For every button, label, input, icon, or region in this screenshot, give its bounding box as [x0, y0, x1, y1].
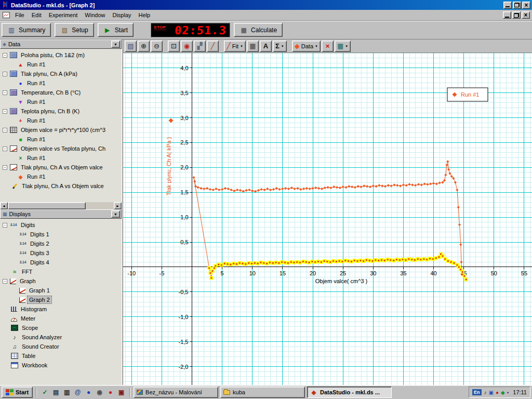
- calculate-tool-button[interactable]: ▦: [247, 41, 259, 52]
- expand-box[interactable]: -: [3, 90, 7, 95]
- display-item-meter[interactable]: Meter: [0, 314, 122, 323]
- graph-settings-button[interactable]: ▦▼: [335, 41, 351, 52]
- smart-tool-button[interactable]: ◉: [181, 41, 193, 52]
- scroll-right-button[interactable]: ►: [114, 202, 122, 209]
- data-menu-button[interactable]: ◆Data▼: [292, 41, 321, 52]
- expand-box[interactable]: -: [3, 53, 7, 58]
- printer-icon[interactable]: ▥: [62, 387, 72, 397]
- run-item[interactable]: +Run #1: [0, 116, 122, 125]
- display-item-digits-1[interactable]: 3.14Digits 1: [0, 230, 122, 239]
- language-indicator[interactable]: En: [472, 389, 482, 395]
- taskbar-task-datastudio-mkl-ds[interactable]: ◆DataStudio - mkl.ds ...: [307, 387, 392, 398]
- restore-button[interactable]: [513, 2, 521, 9]
- expand-box[interactable]: -: [3, 279, 7, 284]
- mail-icon[interactable]: @: [73, 387, 83, 397]
- start-button[interactable]: ▶ Start: [98, 23, 134, 37]
- antivirus-icon[interactable]: ●: [496, 390, 499, 395]
- remove-button[interactable]: ×: [322, 41, 334, 52]
- scrollbar-track[interactable]: [86, 202, 114, 209]
- child-minimize-button[interactable]: [503, 11, 511, 19]
- taskbar-task-kuba[interactable]: kuba: [220, 387, 305, 398]
- data-item-tlak-plynu-ch-a-vs-objem-valce[interactable]: Tlak plynu, Ch A vs Objem valce: [0, 181, 122, 191]
- display-item-workbook[interactable]: Workbook: [0, 361, 122, 370]
- data-item-objem-valce-pi-r-r-y-100-cm-3[interactable]: -Objem valce = pi*r*r*y*100 (cm^3: [0, 125, 122, 135]
- zoom-in-button[interactable]: ⊕: [138, 41, 150, 52]
- close-button[interactable]: ×: [522, 2, 530, 9]
- summary-button[interactable]: ▥ Summary: [2, 23, 51, 37]
- display-item-digits-3[interactable]: 3.14Digits 3: [0, 248, 122, 258]
- volume-icon[interactable]: ♪: [484, 390, 487, 395]
- expand-box[interactable]: -: [3, 128, 7, 132]
- menu-experiment[interactable]: Experiment: [45, 10, 82, 20]
- graph-window-icon[interactable]: [3, 12, 10, 18]
- run-item[interactable]: ◆Run #1: [0, 172, 122, 181]
- expand-box[interactable]: -: [3, 165, 7, 170]
- graph-plot-area[interactable]: -10-55101520253035404550554,03,53,02,52,…: [123, 53, 532, 385]
- data-tree-hscrollbar[interactable]: ◄ ►: [0, 202, 122, 209]
- scheduler-icon[interactable]: ◆: [501, 390, 505, 395]
- display-item-graph-2[interactable]: Graph 2: [0, 295, 122, 304]
- run-item[interactable]: ×Run #1: [0, 153, 122, 163]
- tangent-tool-button[interactable]: ╱: [207, 41, 219, 52]
- data-item-temperature-ch-b-c[interactable]: -Temperature, Ch B (°C): [0, 88, 122, 97]
- child-restore-button[interactable]: [512, 11, 521, 19]
- child-close-button[interactable]: ×: [522, 11, 530, 19]
- menu-help[interactable]: Help: [135, 10, 154, 20]
- opera-icon[interactable]: ●: [105, 387, 115, 397]
- display-item-sound-creator[interactable]: ♫Sound Creator: [0, 342, 122, 351]
- display-item-digits-2[interactable]: 3.14Digits 2: [0, 239, 122, 248]
- notepad-icon[interactable]: ▤: [51, 387, 61, 397]
- zoom-select-button[interactable]: ⊡: [168, 41, 180, 52]
- legend[interactable]: Run #1: [447, 88, 488, 101]
- calculate-button[interactable]: ▦ Calculate: [234, 23, 283, 37]
- run-item[interactable]: ●Run #1: [0, 78, 122, 88]
- display-icon[interactable]: ▣: [489, 390, 494, 395]
- statistics-button[interactable]: Σ▼: [273, 41, 287, 52]
- displays-panel-menu-button[interactable]: ▼: [111, 210, 120, 218]
- data-panel-menu-button[interactable]: ▼: [111, 41, 120, 48]
- scroll-left-button[interactable]: ◄: [0, 202, 8, 209]
- scrollbar-thumb[interactable]: [8, 202, 86, 209]
- displays-panel-header[interactable]: ▦ Displays ▼: [0, 209, 122, 219]
- display-item-digits[interactable]: -3.14Digits: [0, 220, 122, 230]
- taskbar-task-bez-n-zvu-malov-n[interactable]: Bez_názvu - Malování: [134, 387, 218, 398]
- zoom-out-button[interactable]: ⊖: [151, 41, 163, 52]
- menu-file[interactable]: File: [11, 10, 28, 20]
- display-item-digits-4[interactable]: 3.14Digits 4: [0, 258, 122, 267]
- data-item-tlak-plynu-ch-a-kpa[interactable]: -Tlak plynu, Ch A (kPa): [0, 69, 122, 78]
- run-item[interactable]: ▲Run #1: [0, 60, 122, 69]
- display-item-graph[interactable]: -Graph: [0, 276, 122, 286]
- display-item-fft[interactable]: ≈FFT: [0, 267, 122, 276]
- menu-window[interactable]: Window: [81, 10, 109, 20]
- data-panel-header[interactable]: ◆ Data ▼: [0, 39, 122, 49]
- display-item-sound-analyzer[interactable]: ♪Sound Analyzer: [0, 332, 122, 342]
- data-item-teplota-plynu-ch-b-k[interactable]: -Teplota plynu, Ch B (K): [0, 107, 122, 116]
- menu-edit[interactable]: Edit: [28, 10, 45, 20]
- text-tool-button[interactable]: A: [260, 41, 272, 52]
- run-item[interactable]: ▼Run #1: [0, 97, 122, 107]
- data-item-tlak-plynu-ch-a-vs-objem-valce[interactable]: -Tlak plynu, Ch A vs Objem valce: [0, 163, 122, 172]
- data-item-objem-valce-vs-teplota-plynu-ch[interactable]: -Objem valce vs Teplota plynu, Ch: [0, 144, 122, 153]
- expand-box[interactable]: -: [3, 109, 7, 114]
- display-item-graph-1[interactable]: Graph 1: [0, 286, 122, 295]
- expand-box[interactable]: -: [3, 72, 7, 76]
- fit-menu-button[interactable]: ╱Fit▼: [224, 41, 246, 52]
- display-item-scope[interactable]: ~Scope: [0, 323, 122, 332]
- expand-box[interactable]: -: [3, 223, 7, 228]
- display-item-table[interactable]: Table: [0, 351, 122, 361]
- minimize-button[interactable]: [503, 2, 512, 9]
- slope-tool-button[interactable]: ▞: [194, 41, 206, 52]
- document-check-icon[interactable]: ✓: [40, 387, 50, 397]
- cd-player-icon[interactable]: ◉: [95, 387, 104, 397]
- security-icon[interactable]: ▣: [116, 387, 126, 397]
- title-bar[interactable]: DataStudio - mkl.ds - [Graph 2] ×: [0, 0, 532, 10]
- network-icon[interactable]: ▪: [507, 390, 509, 395]
- graph-canvas[interactable]: -10-55101520253035404550554,03,53,02,52,…: [123, 53, 532, 385]
- display-item-histogram[interactable]: Histogram: [0, 304, 122, 314]
- browser-icon[interactable]: ●: [84, 387, 94, 397]
- expand-box[interactable]: -: [3, 147, 7, 151]
- start-menu-button[interactable]: Start: [2, 387, 33, 398]
- setup-button[interactable]: ▨ Setup: [55, 23, 94, 37]
- scale-to-fit-button[interactable]: ▧: [125, 41, 137, 52]
- menu-display[interactable]: Display: [109, 10, 135, 20]
